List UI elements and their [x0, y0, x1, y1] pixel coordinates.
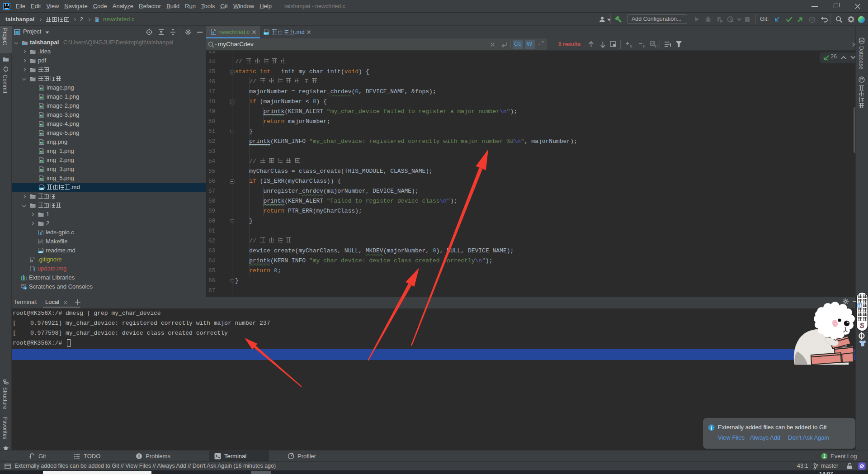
svg-text:MD: MD [39, 188, 44, 190]
svg-text:?: ? [33, 268, 36, 271]
svg-text:MD: MD [38, 251, 43, 253]
svg-text:1: 1 [823, 454, 826, 459]
svg-text:MD: MD [264, 32, 269, 35]
